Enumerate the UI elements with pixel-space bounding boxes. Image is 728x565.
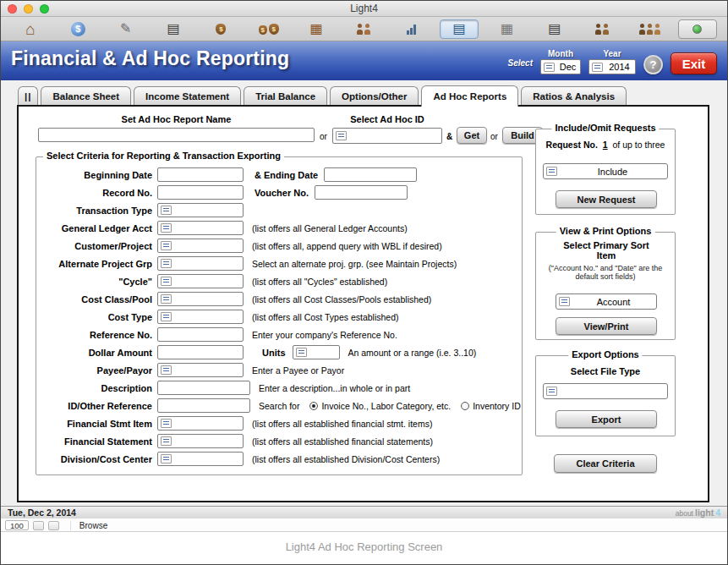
build-label: Build (511, 130, 534, 140)
list-icon (161, 294, 172, 304)
about-brand[interactable]: about light 4 (676, 507, 720, 518)
inventory-id-radio[interactable] (461, 402, 469, 410)
field-label: Alternate Project Grp (41, 259, 157, 269)
field-note: (list offers all Cost Classes/Pools esta… (252, 294, 431, 304)
mode-bar: 100 Browse (1, 519, 727, 532)
tab-ratios-analysis[interactable]: Ratios & Analysis (521, 86, 627, 105)
export-options-fieldset: Export Options Select File Type Export (535, 355, 676, 436)
employees-button[interactable] (583, 19, 621, 39)
view-print-button[interactable]: View/Print (556, 317, 657, 335)
vendors-button[interactable] (630, 19, 669, 39)
field-label: ID/Other Reference (41, 401, 157, 411)
window-title: Light4 (1, 1, 727, 17)
year-dropdown[interactable]: 2014 (588, 59, 636, 74)
alternate-project-grp-dropdown[interactable] (157, 256, 244, 271)
invoice-radio[interactable] (309, 402, 318, 410)
main-toolbar (1, 17, 727, 41)
beginning-date-input[interactable] (157, 167, 244, 182)
bank-icon (501, 22, 513, 36)
units-dropdown[interactable] (293, 345, 340, 359)
row-cost-class-pool: Cost Class/Pool (list offers all Cost Cl… (41, 292, 520, 306)
transfers-button[interactable] (249, 19, 288, 39)
minimize-button[interactable] (24, 4, 33, 14)
list-icon (336, 131, 347, 140)
criteria-rows: Beginning Date & Ending Date Record No. … (41, 167, 520, 466)
include-omit-value: Include (561, 167, 665, 177)
close-button[interactable] (8, 4, 17, 14)
clear-criteria-button[interactable]: Clear Criteria (554, 454, 657, 473)
field-label: Division/Cost Center (41, 454, 157, 464)
new-request-button[interactable]: New Request (556, 190, 657, 208)
record-no-input[interactable] (157, 185, 244, 200)
exit-button[interactable]: Exit (671, 52, 717, 74)
ledger-button[interactable] (535, 19, 574, 39)
report-name-input[interactable] (38, 128, 315, 142)
cost-class-pool-dropdown[interactable] (157, 292, 244, 306)
journal-button[interactable] (154, 19, 193, 39)
division-cost-center-dropdown[interactable] (157, 452, 244, 466)
pencil-icon (120, 22, 131, 36)
general-ledger-acct-dropdown[interactable] (157, 221, 244, 235)
reference-no-input[interactable] (157, 327, 244, 342)
customer-project-dropdown[interactable] (157, 239, 244, 253)
select-label: Select (508, 58, 533, 68)
edit-button[interactable] (107, 19, 145, 39)
row-id-other-reference: ID/Other Reference Search for Invoice No… (41, 398, 520, 413)
tab-options-other[interactable]: Options/Other (330, 86, 419, 105)
money-bag-icon (216, 24, 226, 35)
field-label: Reference No. (41, 330, 157, 340)
currency-button[interactable] (58, 19, 97, 39)
inventory-button[interactable] (297, 19, 336, 39)
tab-balance-sheet[interactable]: Balance Sheet (41, 86, 131, 105)
month-dropdown[interactable]: Dec (540, 59, 581, 74)
tab-ad-hoc-reports[interactable]: Ad Hoc Reports (421, 85, 518, 107)
row-financial-statement: Financial Statement (list offers all est… (41, 434, 520, 448)
file-type-dropdown[interactable] (543, 383, 668, 399)
zoom-out-button[interactable] (33, 521, 44, 530)
row-customer-project: Customer/Project (list offers all, appen… (41, 239, 520, 253)
status-light-button[interactable] (678, 19, 717, 39)
financial-stmt-item-dropdown[interactable] (157, 416, 244, 431)
payee-payor-dropdown[interactable] (157, 363, 244, 377)
report-name-label: Set Ad Hoc Report Name (38, 114, 315, 124)
maximize-button[interactable] (40, 4, 49, 14)
zoom-level[interactable]: 100 (5, 520, 29, 530)
ending-date-input[interactable] (324, 167, 417, 182)
reports-button[interactable] (392, 19, 431, 39)
cost-type-dropdown[interactable] (157, 310, 244, 324)
or-label: or (320, 132, 327, 141)
primary-sort-dropdown[interactable]: Account (556, 293, 657, 310)
id-other-reference-input[interactable] (157, 398, 250, 413)
tab-collapse[interactable]: || (18, 86, 38, 105)
cycle-dropdown[interactable] (157, 274, 244, 288)
request-no-label: Request No. (546, 140, 598, 150)
zoom-in-button[interactable] (48, 521, 59, 530)
customers-button[interactable] (344, 19, 383, 39)
adhoc-id-dropdown[interactable] (332, 128, 442, 144)
light4-window: Light4 Financial & Ad Hoc Reporting Sele… (0, 0, 728, 565)
tab-label: Trial Balance (255, 91, 315, 101)
adhoc-reports-button[interactable] (440, 19, 479, 39)
transaction-type-dropdown[interactable] (157, 203, 244, 217)
invoice-radio-option: Invoice No., Labor Category, etc. (309, 401, 451, 411)
include-omit-dropdown[interactable]: Include (543, 163, 668, 179)
description-input[interactable] (157, 381, 250, 395)
field-note: (list offers all General Ledger Accounts… (252, 223, 408, 233)
row-beginning-date: Beginning Date & Ending Date (41, 167, 520, 182)
dollar-amount-input[interactable] (157, 345, 244, 359)
home-button[interactable] (11, 19, 50, 39)
help-button[interactable]: ? (643, 55, 663, 74)
voucher-no-input[interactable] (315, 185, 408, 200)
field-label: Transaction Type (41, 206, 157, 216)
export-button[interactable]: Export (556, 410, 657, 428)
field-label: Customer/Project (41, 241, 157, 251)
bank-button[interactable] (487, 19, 526, 39)
tab-income-statement[interactable]: Income Statement (134, 86, 241, 105)
tab-trial-balance[interactable]: Trial Balance (244, 86, 327, 105)
mode-selector[interactable]: Browse (70, 521, 107, 530)
financial-statement-dropdown[interactable] (157, 434, 244, 448)
file-type-label: Select File Type (536, 366, 675, 376)
people-pair-icon (357, 23, 370, 35)
get-button[interactable]: Get (457, 127, 487, 144)
funds-button[interactable] (201, 19, 240, 39)
